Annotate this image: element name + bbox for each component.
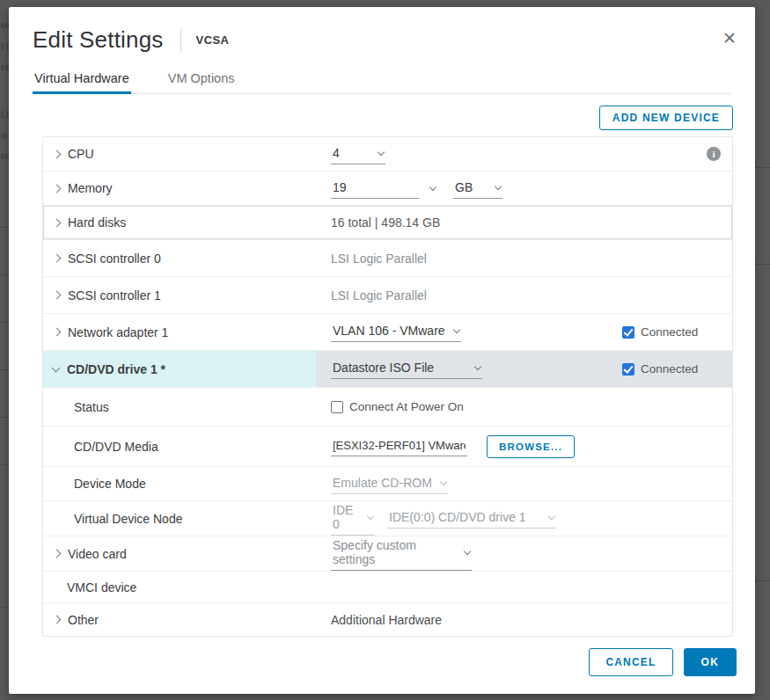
chevron-right-icon[interactable]: [53, 218, 62, 227]
tab-bar: Virtual Hardware VM Options: [33, 71, 731, 94]
row-vmci-device: VMCI device: [43, 572, 732, 603]
ide-controller-select: IDE 0: [331, 501, 375, 536]
row-cddvd-media: CD/DVD Media BROWSE...: [43, 427, 732, 467]
ide-controller-value: IDE 0: [333, 503, 359, 531]
dialog-header: Edit Settings VCSA ✕ Virtual Hardware VM…: [9, 7, 755, 94]
dialog-footer: CANCEL OK: [589, 648, 737, 676]
backdrop-divider: [755, 580, 770, 581]
row-label: Device Mode: [74, 477, 146, 491]
memory-unit-select[interactable]: GB: [453, 179, 502, 199]
chevron-down-icon: [378, 148, 385, 155]
chevron-down-icon[interactable]: [52, 363, 61, 372]
row-label: CD/DVD Media: [74, 440, 158, 454]
video-card-select[interactable]: Specify custom settings: [331, 536, 472, 571]
network-portgroup-select[interactable]: VLAN 106 - VMware: [331, 322, 461, 342]
row-device-mode: Device Mode Emulate CD-ROM: [43, 467, 732, 501]
cddvd-type-select[interactable]: Datastore ISO File: [331, 359, 482, 379]
cddvd-connected-checkbox[interactable]: [622, 363, 634, 376]
memory-unit-value: GB: [455, 180, 473, 194]
cddvd-connected-label: Connected: [641, 362, 698, 376]
chevron-down-icon[interactable]: [429, 184, 436, 191]
backdrop-divider: [0, 322, 9, 323]
chevron-right-icon[interactable]: [53, 184, 62, 193]
cddvd-media-input[interactable]: [331, 437, 467, 456]
row-hard-disks: Hard disks 16 total | 498.14 GB: [43, 206, 732, 240]
backdrop-divider: [0, 464, 9, 465]
chevron-right-icon[interactable]: [53, 291, 62, 300]
close-icon[interactable]: ✕: [722, 30, 737, 47]
chevron-down-icon: [495, 182, 502, 189]
row-other: Other Additional Hardware: [43, 603, 732, 636]
row-video-card: Video card Specify custom settings: [43, 536, 732, 572]
row-scsi-controller-1: SCSI controller 1 LSI Logic Parallel: [43, 277, 732, 314]
connect-at-power-on-checkbox[interactable]: [331, 401, 343, 413]
backdrop-divider: [755, 167, 770, 168]
row-label: SCSI controller 0: [68, 252, 161, 266]
chevron-right-icon[interactable]: [53, 616, 62, 624]
chevron-down-icon: [548, 513, 555, 520]
cancel-button[interactable]: CANCEL: [589, 648, 672, 676]
chevron-down-icon: [474, 363, 481, 370]
row-scsi-controller-0: SCSI controller 0 LSI Logic Parallel: [43, 240, 732, 277]
page-title: Edit Settings: [33, 26, 164, 54]
chevron-down-icon: [464, 548, 471, 555]
tab-vm-options[interactable]: VM Options: [166, 71, 237, 93]
virtual-hardware-table: CPU 4 i Memory: [42, 136, 733, 637]
backdrop-text-fragment: o: [1, 130, 7, 141]
ide-node-value: IDE(0:0) CD/DVD drive 1: [389, 510, 526, 524]
cpu-count-select[interactable]: 4: [331, 144, 385, 164]
add-new-device-button[interactable]: ADD NEW DEVICE: [599, 106, 733, 130]
hard-disks-summary: 16 total | 498.14 GB: [331, 215, 440, 230]
device-mode-select: Emulate CD-ROM: [331, 474, 448, 494]
backdrop-divider: [0, 274, 9, 275]
chevron-right-icon[interactable]: [53, 149, 62, 158]
ide-node-select: IDE(0:0) CD/DVD drive 1: [387, 508, 556, 529]
row-network-adapter-1: Network adapter 1 VLAN 106 - VMware Conn…: [43, 314, 732, 351]
network-connected-label: Connected: [641, 325, 698, 339]
row-label: VMCI device: [67, 580, 136, 594]
connect-at-power-on-label: Connect At Power On: [349, 400, 464, 413]
backdrop-divider: [0, 607, 9, 608]
chevron-down-icon: [453, 326, 460, 333]
edit-settings-dialog: Edit Settings VCSA ✕ Virtual Hardware VM…: [9, 7, 755, 694]
row-label: Virtual Device Node: [74, 512, 182, 526]
row-label: SCSI controller 1: [68, 288, 161, 303]
scsi1-type: LSI Logic Parallel: [331, 288, 427, 303]
row-label: CD/DVD drive 1 *: [67, 362, 165, 376]
row-virtual-device-node: Virtual Device Node IDE 0 IDE(0:0) CD/DV…: [43, 501, 732, 536]
row-label: Video card: [68, 547, 127, 561]
row-cpu: CPU 4 i: [43, 137, 732, 171]
chevron-down-icon: [440, 478, 447, 485]
scsi0-type: LSI Logic Parallel: [331, 252, 427, 266]
row-label: Status: [74, 400, 109, 414]
vm-name: VCSA: [196, 33, 230, 47]
backdrop-divider: [0, 417, 9, 418]
row-label: Other: [68, 613, 99, 627]
other-summary: Additional Hardware: [331, 613, 442, 627]
row-cddvd-drive-1: CD/DVD drive 1 * Datastore ISO File Conn…: [43, 351, 732, 388]
backdrop-divider: [0, 227, 9, 228]
row-cddvd-status: Status Connect At Power On: [43, 388, 732, 427]
row-label: Network adapter 1: [68, 325, 168, 339]
memory-size-input[interactable]: [331, 179, 419, 199]
chevron-right-icon[interactable]: [53, 328, 62, 337]
cpu-count-value: 4: [333, 146, 340, 160]
title-divider: [180, 29, 181, 52]
backdrop-text-fragment: l l: [1, 41, 9, 52]
chevron-right-icon[interactable]: [53, 254, 62, 263]
chevron-down-icon: [367, 513, 374, 520]
row-label: Memory: [68, 181, 113, 195]
backdrop-divider: [755, 264, 770, 265]
tab-virtual-hardware[interactable]: Virtual Hardware: [33, 71, 131, 93]
browse-button[interactable]: BROWSE...: [487, 435, 575, 458]
info-icon[interactable]: i: [707, 147, 721, 161]
video-card-value: Specify custom settings: [333, 538, 456, 566]
device-mode-value: Emulate CD-ROM: [333, 476, 432, 490]
row-memory: Memory GB: [43, 171, 732, 206]
network-portgroup-value: VLAN 106 - VMware: [333, 324, 445, 338]
row-label: CPU: [68, 147, 94, 161]
chevron-right-icon[interactable]: [53, 550, 62, 558]
ok-button[interactable]: OK: [684, 648, 737, 676]
network-connected-checkbox[interactable]: [622, 326, 634, 339]
backdrop-divider: [0, 369, 9, 370]
